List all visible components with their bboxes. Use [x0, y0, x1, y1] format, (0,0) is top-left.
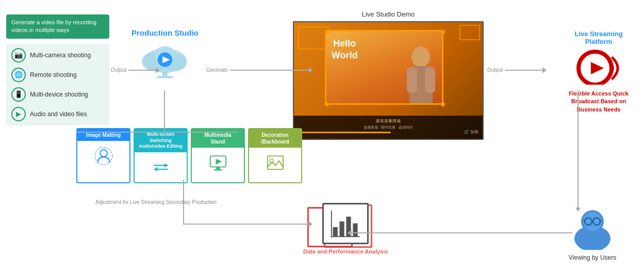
svg-rect-21	[213, 169, 222, 170]
data-label: Data and Performance Analysis	[303, 248, 388, 255]
svg-rect-10	[407, 67, 417, 93]
hello-world-text: HelloWorld	[332, 38, 358, 62]
chart-icon	[329, 208, 362, 239]
production-studio: Production Studio	[129, 28, 201, 82]
tool-box-image-matting: Image Matting	[76, 128, 130, 183]
horizontal-line-tools	[76, 132, 165, 133]
svg-rect-20	[216, 167, 220, 169]
svg-rect-7	[157, 76, 173, 78]
feature-multi-camera: 📷 Multi-camera shooting	[11, 48, 104, 62]
horizontal-line-to-data	[183, 224, 309, 225]
tool-box-multi-screen-body	[135, 152, 187, 182]
streaming-title: Live Streaming Platform	[563, 30, 635, 45]
svg-marker-16	[164, 163, 167, 168]
vertical-line-streaming-users	[577, 90, 579, 207]
tool-box-decoration-header: Decoration/Backboard	[249, 129, 301, 148]
feature-multi-device: 📱 Multi-device shooting	[11, 87, 104, 102]
secondary-production-label: Adjustment for Live Streaming Secondary …	[95, 199, 217, 206]
horizontal-line-tools-right	[164, 132, 239, 133]
video-preview: Live Studio Demo HelloWorld	[293, 10, 484, 140]
tool-box-multimedia: MultimediaStand	[191, 128, 245, 183]
users-label: Viewing by Users	[559, 254, 626, 261]
camera-icon: 📷	[11, 48, 26, 62]
tool-box-multimedia-body	[192, 148, 244, 178]
tool-box-multi-screen: Multi-screen SwitchingAudio/video Editin…	[134, 128, 188, 183]
video-title: Live Studio Demo	[293, 10, 484, 18]
svg-rect-24	[333, 227, 337, 236]
generate-arrow: Generate	[206, 67, 310, 73]
arrow-down-users	[577, 205, 579, 209]
feature-audio-video: ▶ Audio and video files	[11, 107, 104, 121]
svg-rect-11	[425, 67, 435, 93]
feature-label-multi-device: Multi-device shooting	[30, 91, 88, 98]
globe-icon: 🌐	[11, 68, 26, 82]
svg-point-14	[100, 150, 107, 157]
svg-marker-17	[154, 167, 157, 171]
streaming-desc: Flexible Access Quick Broadcast Based on…	[563, 90, 635, 114]
decoration-icon	[266, 153, 285, 172]
switch-icon	[151, 157, 171, 177]
feature-label-multi-camera: Multi-camera shooting	[30, 52, 91, 59]
production-studio-title: Production Studio	[129, 28, 201, 37]
svg-rect-27	[353, 224, 357, 237]
feature-list: 📷 Multi-camera shooting 🌐 Remote shootin…	[6, 44, 109, 125]
data-analysis: Data and Performance Analysis	[303, 203, 388, 255]
streaming-platform: Live Streaming Platform Flexible Access …	[563, 30, 635, 114]
vertical-line-tools-data	[183, 180, 184, 224]
streaming-icon	[575, 49, 622, 85]
svg-point-8	[411, 46, 430, 67]
svg-marker-19	[216, 159, 222, 164]
users-data-arrow	[351, 232, 572, 233]
multimedia-icon	[208, 153, 228, 172]
device-icon: 📱	[11, 87, 26, 102]
left-panel: Generate a video file by recording video…	[6, 14, 109, 125]
feature-label-audio-video: Audio and video files	[30, 110, 87, 118]
data-box	[322, 203, 369, 244]
svg-marker-13	[591, 62, 604, 74]
video-frame: HelloWorld 家有喜事商城 直播商城 · 限时优惠 · 超值特价 🛒 加…	[293, 21, 484, 140]
svg-rect-22	[267, 156, 283, 169]
svg-rect-25	[339, 221, 344, 237]
tool-box-decoration: Decoration/Backboard	[248, 128, 302, 183]
tool-boxes: Image Matting Multi-screen SwitchingAudi…	[76, 128, 302, 183]
generate-box: Generate a video file by recording video…	[6, 14, 109, 39]
svg-rect-6	[162, 71, 167, 76]
feature-remote: 🌐 Remote shooting	[11, 68, 104, 82]
tool-box-image-matting-body	[77, 141, 129, 171]
vertical-line-studio-tools	[164, 90, 165, 133]
feature-label-remote: Remote shooting	[30, 71, 77, 78]
output-arrow-2: Output	[487, 67, 543, 73]
cloud-icon	[137, 41, 193, 80]
play-icon: ▶	[11, 107, 26, 121]
matting-icon	[94, 146, 113, 166]
tool-box-decoration-body	[249, 148, 301, 178]
person-silhouette	[404, 46, 438, 103]
output-arrow-1: Output	[111, 67, 157, 73]
tool-box-image-matting-header: Image Matting	[77, 129, 129, 141]
